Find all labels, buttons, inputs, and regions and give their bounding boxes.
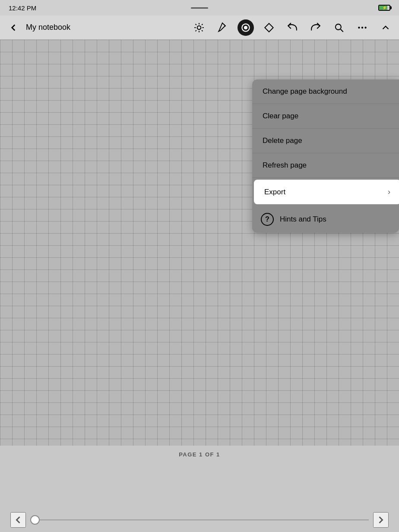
canvas-area[interactable]: Change page background Clear page Delete… [0,40,399,446]
question-icon: ? [261,213,274,226]
search-button[interactable] [331,19,347,36]
svg-line-7 [196,30,196,31]
menu-item-change-background[interactable]: Change page background [252,79,399,104]
page-progress-track[interactable] [30,519,369,520]
svg-line-3 [196,24,196,25]
toolbar-right [191,19,394,36]
battery-icon: ⚡ [378,5,390,11]
status-icons: ⚡ [378,5,390,11]
svg-line-4 [202,30,203,31]
menu-item-hints[interactable]: ? Hints and Tips [252,206,399,233]
menu-item-clear-page[interactable]: Clear page [252,104,399,129]
next-page-button[interactable] [373,512,389,528]
toolbar-left: My notebook [5,19,191,36]
clear-page-label: Clear page [263,112,298,120]
export-chevron-icon: › [388,187,390,196]
dropdown-arrow [379,79,387,80]
undo-button[interactable] [284,19,301,36]
menu-item-refresh-page[interactable]: Refresh page [252,153,399,178]
svg-point-16 [361,26,363,28]
svg-point-0 [197,25,201,29]
page-progress-thumb[interactable] [30,515,40,525]
status-time: 12:42 PM [9,4,36,12]
redo-button[interactable] [307,19,324,36]
bottom-bar [0,508,399,532]
svg-point-13 [336,24,341,29]
menu-item-export[interactable]: Export › [254,180,399,204]
eraser-button[interactable] [261,19,277,36]
svg-point-17 [364,26,366,28]
svg-line-14 [341,29,343,32]
change-background-label: Change page background [263,87,347,96]
prev-page-button[interactable] [10,512,26,528]
svg-point-11 [244,26,247,29]
svg-line-8 [202,24,203,25]
hints-label: Hints and Tips [280,215,326,224]
delete-page-label: Delete page [263,136,302,145]
context-menu: Change page background Clear page Delete… [252,79,399,233]
refresh-page-label: Refresh page [263,161,307,170]
brightness-button[interactable] [191,19,207,36]
collapse-button[interactable] [377,19,394,36]
menu-item-delete-page[interactable]: Delete page [252,129,399,153]
pen-button[interactable] [214,19,231,36]
lasso-button[interactable] [238,19,254,36]
back-button[interactable] [5,19,22,36]
toolbar: My notebook [0,16,399,40]
more-button[interactable] [354,19,370,36]
page-text: PAGE 1 OF 1 [179,451,220,458]
svg-point-15 [358,26,360,28]
page-indicator: PAGE 1 OF 1 [0,446,399,463]
svg-marker-12 [265,23,273,32]
notebook-title: My notebook [26,23,70,32]
notch [191,7,208,9]
export-label: Export [264,188,285,196]
status-bar: 12:42 PM ⚡ [0,0,399,16]
battery-bolt: ⚡ [382,6,387,10]
